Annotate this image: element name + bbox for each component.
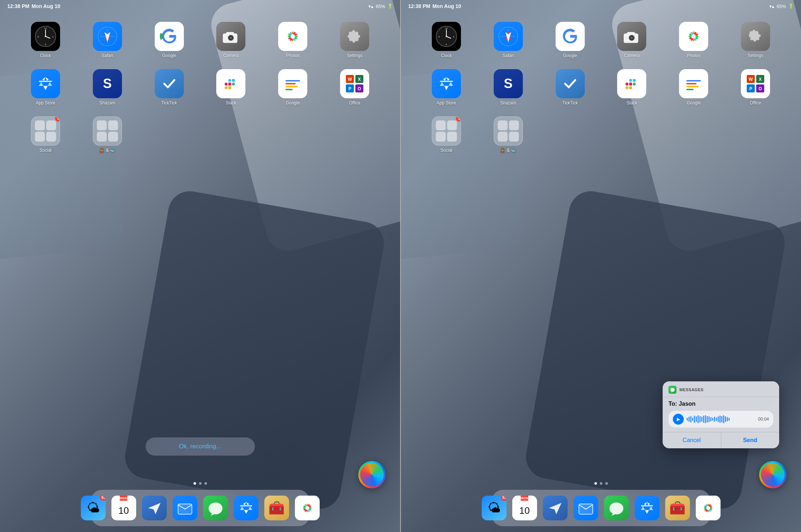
app-label-clock-right: Clock	[441, 53, 452, 58]
app-folder2-left[interactable]: 🧸 & 🐳	[76, 116, 138, 153]
popup-cancel-button[interactable]: Cancel	[663, 432, 721, 448]
app-safari-left[interactable]: Safari	[76, 22, 138, 58]
app-icon-shazam-right: S	[494, 69, 523, 98]
dock-weather-right[interactable]: 🌤 93	[482, 496, 506, 520]
right-date: Mon Aug 10	[433, 3, 461, 9]
app-clock-right[interactable]: 12 3 6 9 Clock	[415, 22, 477, 58]
app-icon-google-right	[556, 22, 585, 51]
app-settings-left[interactable]: Settings	[324, 22, 386, 58]
app-camera-left[interactable]: Camera	[200, 22, 262, 58]
app-icon-appstore-left	[31, 69, 60, 98]
popup-actions: Cancel Send	[663, 432, 779, 448]
right-status-bar: 12:38 PM Mon Aug 10 ▾▴ 65% 🔋	[401, 0, 801, 12]
app-google-left[interactable]: Google	[138, 22, 200, 58]
dock-appstore-left[interactable]	[234, 496, 259, 520]
app-icon-clock-left: 12 3 6 9	[31, 22, 60, 51]
app-photos-right[interactable]: Photos	[663, 22, 725, 58]
app-shazam-left[interactable]: S Shazam	[76, 69, 138, 106]
dock-tools-right[interactable]: 🧰	[665, 496, 690, 520]
appstore-svg-left	[36, 74, 55, 93]
siri-orb-left[interactable]	[358, 461, 386, 488]
app-google-right[interactable]: Google	[539, 22, 601, 58]
dock-imessage-right[interactable]	[604, 496, 629, 520]
direct-svg-right	[547, 500, 563, 516]
app-appstore-right[interactable]: App Store	[415, 69, 477, 106]
svg-text:O: O	[358, 86, 361, 91]
app-ticktick-left[interactable]: TickTick	[138, 69, 200, 106]
dock-icon-imessage-right	[604, 496, 629, 520]
imessage-svg-left	[207, 500, 224, 516]
app-google2-right[interactable]: Google	[663, 69, 725, 106]
dock-calendar-right[interactable]: MON 10	[512, 496, 537, 520]
dock-icon-weather-left: 🌤 93	[81, 496, 106, 520]
right-dot-2[interactable]	[600, 482, 602, 485]
google-svg-right	[561, 27, 580, 46]
left-dot-2[interactable]	[199, 482, 201, 485]
left-dot-3[interactable]	[204, 482, 207, 485]
dock-icon-imessage-left	[203, 496, 228, 520]
app-icon-ticktick-right	[556, 69, 585, 98]
app-label-office-left: Office	[349, 100, 360, 106]
dock-photos-right[interactable]	[696, 496, 721, 520]
dock-imessage-left[interactable]	[203, 496, 228, 520]
app-icon-photos-right	[679, 22, 708, 51]
svg-rect-85	[629, 79, 632, 82]
app-ticktick-right[interactable]: TickTick	[539, 69, 601, 106]
right-dot-1[interactable]	[594, 482, 597, 485]
dock-calendar-left[interactable]: MON 10	[111, 496, 136, 520]
audio-play-button[interactable]: ▶	[673, 414, 684, 425]
left-date: Mon Aug 10	[32, 3, 60, 9]
app-clock-left[interactable]: 12 3 6 9 Clock	[15, 22, 76, 58]
dock-icon-mail-left	[173, 496, 197, 520]
popup-send-button[interactable]: Send	[721, 432, 780, 448]
app-shazam-right[interactable]: S Shazam	[477, 69, 539, 106]
left-battery-icon: 🔋	[387, 4, 393, 9]
app-office-right[interactable]: W X P O Office	[725, 69, 786, 106]
popup-audio-player: ▶	[668, 411, 773, 428]
dock-calendar-month-left: MON	[120, 496, 127, 501]
app-slack-right[interactable]: Slack	[601, 69, 663, 106]
dock-mail-right[interactable]	[573, 496, 598, 520]
dock-tools-left[interactable]: 🧰	[264, 496, 289, 520]
svg-rect-90	[629, 86, 632, 89]
right-battery-icon: 🔋	[788, 4, 794, 9]
app-office-left[interactable]: W X P O Office	[324, 69, 386, 106]
app-safari-right[interactable]: Safari	[477, 22, 539, 58]
app-icon-clock-right: 12 3 6 9	[432, 22, 461, 51]
svg-rect-29	[232, 79, 235, 82]
app-social-left[interactable]: 9 Social	[15, 116, 76, 153]
svg-rect-92	[686, 83, 697, 84]
dock-direct-right[interactable]	[543, 496, 568, 520]
app-icon-office-right: W X P O	[741, 69, 770, 98]
app-social-right[interactable]: 9 Social	[415, 116, 477, 153]
app-google2-left[interactable]: Google	[262, 69, 324, 106]
app-label-photos-right: Photos	[687, 53, 701, 58]
left-dot-1[interactable]	[193, 482, 196, 485]
right-status-left: 12:38 PM Mon Aug 10	[408, 3, 461, 9]
app-settings-right[interactable]: Settings	[725, 22, 786, 58]
dock-appstore-right[interactable]	[635, 496, 659, 520]
dock-photos-left[interactable]	[295, 496, 320, 520]
popup-header-label: MESSAGES	[679, 388, 703, 392]
app-label-google2-left: Google	[286, 100, 300, 106]
svg-point-80	[691, 34, 696, 39]
app-label-folder2-right: 🧸 & 🐳	[500, 148, 516, 153]
svg-rect-91	[686, 80, 701, 82]
dock-weather-left[interactable]: 🌤 93	[81, 496, 106, 520]
app-photos-left[interactable]: Photos	[262, 22, 324, 58]
dock-icon-weather-right: 🌤 93	[482, 496, 506, 520]
right-wifi-icon: ▾▴	[769, 4, 774, 9]
dock-calendar-date-left: 10	[118, 501, 129, 520]
app-label-shazam-left: Shazam	[99, 100, 115, 106]
svg-text:P: P	[348, 86, 351, 91]
app-folder2-right[interactable]: 🧸 & 🐳	[477, 116, 539, 153]
app-appstore-left[interactable]: App Store	[15, 69, 76, 106]
dock-mail-left[interactable]	[173, 496, 197, 520]
dock-direct-left[interactable]	[142, 496, 167, 520]
dock-icon-appstore-right	[635, 496, 659, 520]
siri-orb-right[interactable]	[759, 461, 786, 488]
app-camera-right[interactable]: Camera	[601, 22, 663, 58]
google-svg-left	[160, 27, 179, 46]
right-dot-3[interactable]	[605, 482, 608, 485]
app-slack-left[interactable]: Slack	[200, 69, 262, 106]
